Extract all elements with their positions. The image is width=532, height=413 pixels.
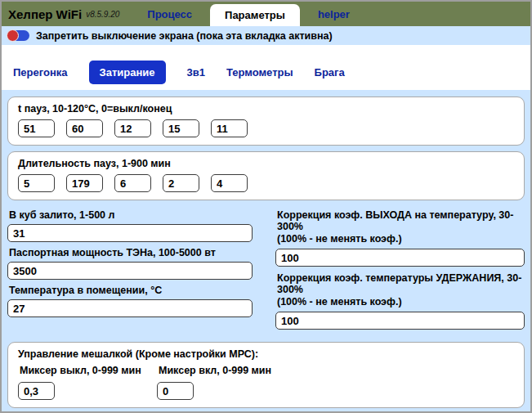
pause-durations-group: Длительность пауз, 1-900 мин — [7, 151, 525, 200]
hold-correction-input[interactable] — [275, 312, 525, 330]
mixer-off-label: Миксер выкл, 0-999 мин — [20, 365, 157, 376]
mixer-fields: Миксер выкл, 0-999 мин Миксер вкл, 0-999… — [18, 365, 514, 400]
subtab-termometry[interactable]: Термометры — [226, 66, 293, 79]
tab-parameters[interactable]: Параметры — [210, 4, 300, 26]
pause-temp-input-3[interactable] — [114, 119, 151, 137]
mixer-title: Управление мешалкой (Кроме настройки МРС… — [18, 348, 514, 360]
pause-temp-input-5[interactable] — [211, 119, 248, 137]
screen-lock-toggle[interactable] — [7, 30, 29, 41]
mixer-off-field: Миксер выкл, 0-999 мин — [18, 365, 157, 400]
parameters-panel: t пауз, 10-120°С, 0=выкл/конец Длительно… — [2, 90, 530, 413]
pause-temps-label: t пауз, 10-120°С, 0=выкл/конец — [18, 103, 514, 114]
app-window: Хелпер WiFi v8.5.9.20 Процесс Параметры … — [0, 0, 532, 413]
screen-lock-row: Запретить выключение экрана (пока эта вк… — [2, 26, 530, 45]
pause-temp-input-1[interactable] — [18, 119, 55, 137]
room-temp-label: Температура в помещении, °С — [9, 285, 270, 296]
left-column: В куб залито, 1-500 л Паспортная мощност… — [7, 208, 270, 335]
pause-duration-input-3[interactable] — [114, 174, 151, 192]
cube-volume-input[interactable] — [7, 224, 253, 242]
hold-correction-label-line2: (100% - не менять коэф.) — [277, 296, 525, 308]
room-temp-input[interactable] — [7, 299, 253, 317]
output-correction-label-line2: (100% - не менять коэф.) — [277, 233, 525, 245]
subtab-zatiranie[interactable]: Затирание — [89, 61, 166, 84]
subtab-3v1[interactable]: 3в1 — [187, 66, 205, 79]
screen-lock-label: Запретить выключение экрана (пока эта вк… — [36, 30, 333, 42]
subtab-braga[interactable]: Брага — [315, 66, 345, 79]
tab-process[interactable]: Процесс — [147, 8, 192, 20]
parameter-columns: В куб залито, 1-500 л Паспортная мощност… — [7, 208, 525, 335]
hold-correction-block: Коррекция коэф. температуры УДЕРЖАНИЯ, 3… — [275, 272, 525, 330]
title-bar: Хелпер WiFi v8.5.9.20 Процесс Параметры … — [2, 2, 530, 26]
tab-helper[interactable]: helper — [318, 8, 350, 20]
pause-duration-input-4[interactable] — [163, 174, 199, 192]
output-correction-block: Коррекция коэф. ВЫХОДА на температуру, 3… — [275, 209, 525, 267]
pause-temps-group: t пауз, 10-120°С, 0=выкл/конец — [7, 97, 525, 146]
app-version: v8.5.9.20 — [86, 10, 119, 19]
toggle-knob-icon — [7, 29, 19, 42]
heater-power-label: Паспортная мощность ТЭНа, 100-5000 вт — [9, 247, 270, 258]
pause-durations-label: Длительность пауз, 1-900 мин — [18, 158, 514, 169]
pause-temp-input-4[interactable] — [163, 119, 199, 137]
subtab-peregonka[interactable]: Перегонка — [13, 66, 68, 79]
pause-duration-input-5[interactable] — [211, 174, 248, 192]
pause-duration-input-2[interactable] — [66, 174, 103, 192]
mixer-on-field: Миксер вкл, 0-999 мин — [157, 365, 296, 400]
app-title: Хелпер WiFi — [8, 7, 82, 21]
mixer-group: Управление мешалкой (Кроме настройки МРС… — [7, 342, 525, 408]
output-correction-input[interactable] — [275, 249, 525, 267]
pause-durations-inputs — [18, 174, 514, 192]
right-column: Коррекция коэф. ВЫХОДА на температуру, 3… — [270, 208, 525, 335]
output-correction-label-line1: Коррекция коэф. ВЫХОДА на температуру, 3… — [277, 209, 525, 232]
mixer-off-input[interactable] — [18, 382, 55, 400]
subtab-bar: Перегонка Затирание 3в1 Термометры Брага — [2, 45, 530, 90]
mixer-on-label: Миксер вкл, 0-999 мин — [159, 365, 296, 376]
heater-power-input[interactable] — [7, 262, 253, 280]
cube-volume-label: В куб залито, 1-500 л — [9, 209, 270, 221]
mixer-on-input[interactable] — [157, 382, 194, 400]
pause-duration-input-1[interactable] — [18, 174, 55, 192]
pause-temp-input-2[interactable] — [66, 119, 103, 137]
pause-temps-inputs — [18, 119, 514, 137]
hold-correction-label-line1: Коррекция коэф. температуры УДЕРЖАНИЯ, 3… — [277, 272, 525, 295]
